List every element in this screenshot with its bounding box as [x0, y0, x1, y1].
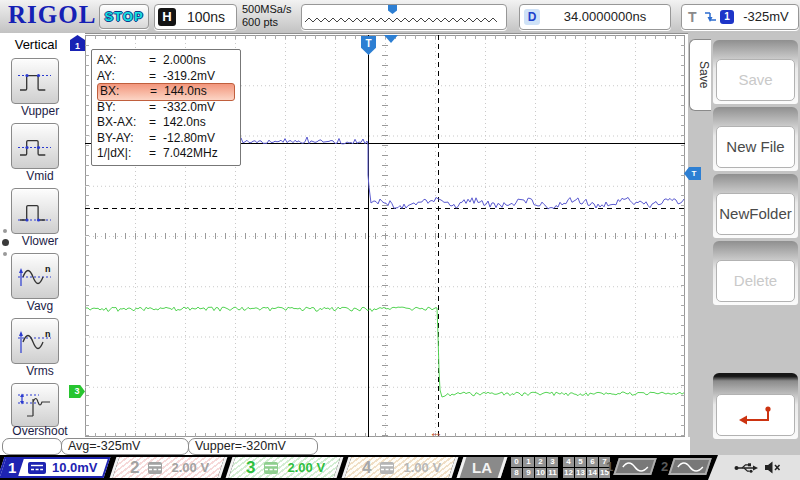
cursor-row-ay: AY:=-319.2mV [97, 69, 235, 85]
gen2-output-chip[interactable] [668, 458, 712, 475]
ch2-coupling-icon [148, 462, 162, 474]
new-folder-button[interactable]: NewFolder [716, 193, 795, 235]
vrms-icon: n [17, 326, 53, 356]
vavg-label: Vavg [0, 299, 80, 313]
cursor-row-byay: BY-AY:=-12.80mV [97, 131, 235, 147]
la-digit: 13 [575, 468, 586, 478]
ch2-scale: 2.00 V [171, 460, 209, 475]
delete-button[interactable]: Delete [716, 260, 795, 302]
trigger-level-value: -325mV [737, 5, 795, 29]
la-digit-grid: 01234567 89101112131415 [511, 457, 611, 479]
ch4-status-chip[interactable]: 4 1.00 V [342, 457, 459, 478]
save-menu-tab: Save [689, 39, 711, 111]
sine-wave-icon [676, 461, 704, 473]
la-label: LA [472, 459, 492, 476]
vavg-icon: n [17, 261, 53, 291]
io-status-panel [708, 455, 800, 480]
ch3-status-chip[interactable]: 3 2.00 V [226, 457, 344, 478]
trigger-info-box: T 1 -325mV [681, 4, 799, 30]
la-digit: 11 [547, 468, 558, 478]
la-status-chip[interactable]: LA [457, 457, 508, 478]
run-state-indicator: STOP [99, 4, 149, 29]
la-digit: 6 [587, 457, 598, 467]
la-digit: 4 [563, 457, 574, 467]
svg-text:n: n [45, 329, 51, 339]
softkey-cell: Delete [713, 241, 798, 305]
ch1-scale: 10.0mV [52, 460, 98, 475]
vmid-label: Vmid [0, 169, 80, 183]
acquisition-info: 500MSa/s 600 pts [242, 3, 292, 29]
right-save-menu: Save Save New File NewFolder Delete [688, 33, 800, 455]
trigger-position-triangle-icon [384, 35, 398, 43]
save-button[interactable]: Save [716, 59, 795, 101]
measure-avg: Avg=-325mV [61, 438, 189, 455]
measure-menu-title: Vertical [0, 37, 72, 52]
overshoot-label: Overshoot [0, 424, 80, 438]
la-digit: 8 [511, 468, 522, 478]
softkey-cell: NewFolder [713, 174, 798, 238]
ch4-coupling-icon [380, 462, 394, 474]
cursor-row-bxax: BX-AX:=142.0ns [97, 115, 235, 131]
measure-vupper: Vupper=-320mV [188, 438, 318, 455]
vavg-button[interactable]: n [11, 253, 59, 299]
trigger-label: T [688, 5, 697, 29]
menu-page-dot [3, 229, 7, 233]
softkey-cell: Save [713, 40, 798, 104]
preview-wave-icon [302, 5, 504, 28]
waveform-preview [301, 4, 507, 30]
softkey-cell: New File [713, 107, 798, 171]
la-digit: 10 [535, 468, 546, 478]
la-digit: 0 [511, 457, 522, 467]
vlower-button[interactable] [11, 188, 59, 234]
ch3-number: 3 [246, 458, 255, 478]
ch2-status-chip[interactable]: 2 2.00 V [110, 457, 228, 478]
vrms-label: Vrms [0, 364, 80, 378]
ch1-status-chip[interactable]: 1 10.0mV [0, 457, 110, 478]
cursor-row-by: BY:=-332.0mV [97, 100, 235, 116]
new-file-button[interactable]: New File [716, 126, 795, 168]
vmid-button[interactable] [11, 123, 59, 169]
la-digit: 9 [523, 468, 534, 478]
cursor-readout-box: AX:=2.000ns AY:=-319.2mV BX:=144.0ns BY:… [91, 49, 241, 166]
vlower-label: Vlower [0, 234, 80, 248]
measurement-strip: Avg=-325mV Vupper=-320mV [0, 437, 690, 455]
memory-depth: 600 pts [242, 16, 292, 29]
gen1-label: 1 [606, 459, 613, 474]
ch4-number: 4 [362, 458, 371, 478]
cursor-row-bx-selected[interactable]: BX:=144.0ns [97, 83, 235, 101]
sine-wave-icon [621, 461, 649, 473]
la-digit: 3 [547, 457, 558, 467]
menu-page-dot-active [2, 239, 9, 246]
trigger-source-badge: 1 [720, 10, 734, 24]
svg-text:n: n [45, 264, 51, 274]
overshoot-icon [17, 390, 53, 420]
softkey-cell [713, 373, 798, 439]
left-measure-menu: Vertical Vupper Vmid Vlower n [0, 33, 85, 437]
vmid-icon [17, 131, 53, 161]
gen1-output-chip[interactable] [613, 458, 657, 475]
ch4-scale: 1.00 V [403, 460, 441, 475]
falling-edge-icon [703, 10, 717, 24]
la-digit: 14 [587, 468, 598, 478]
gen2-label: 2 [661, 459, 668, 474]
overshoot-button[interactable] [11, 383, 59, 427]
trigger-level-marker[interactable]: T [684, 167, 701, 180]
back-button[interactable] [716, 394, 795, 436]
vupper-label: Vupper [0, 104, 80, 118]
vrms-button[interactable]: n [11, 318, 59, 364]
cursor-b-drag-handle-icon[interactable]: ↔ [429, 424, 443, 440]
horizontal-label: H [158, 8, 176, 26]
ch1-coupling-icon [28, 462, 46, 474]
rigol-logo: RIGOL [8, 1, 96, 29]
return-arrow-icon [734, 402, 778, 428]
la-digit: 5 [575, 457, 586, 467]
trigger-delay-box: D 34.0000000ns [519, 4, 671, 30]
la-digit: 1 [523, 457, 534, 467]
cursor-row-ax: AX:=2.000ns [97, 53, 235, 69]
channel-status-bar: 1 10.0mV 2 2.00 V 3 2.00 V [0, 455, 800, 480]
vupper-button[interactable] [11, 58, 59, 104]
sample-rate: 500MSa/s [242, 3, 292, 16]
measure-slot-empty [2, 438, 62, 455]
delay-label: D [524, 9, 540, 25]
ch2-number: 2 [130, 458, 139, 478]
